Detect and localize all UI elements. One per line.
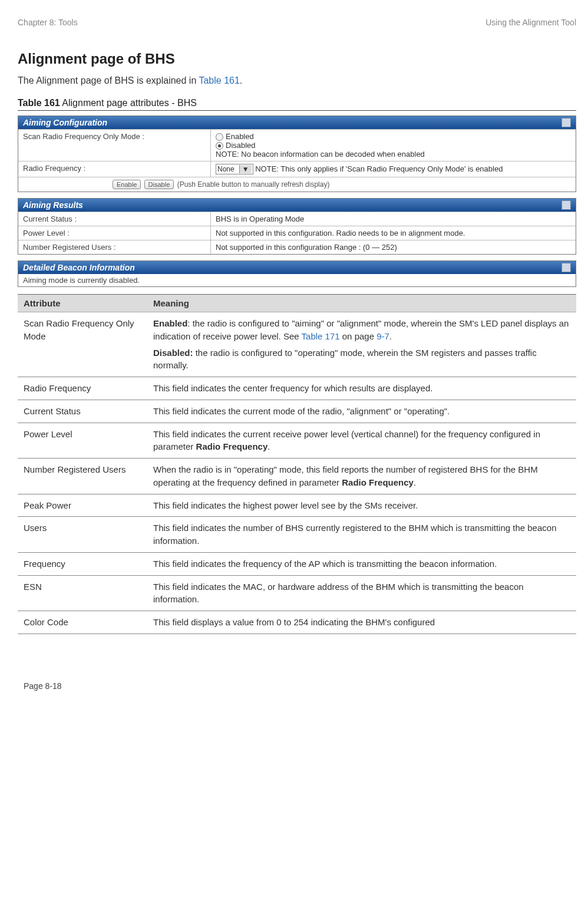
aiming-results-title: Aiming Results — [23, 200, 83, 210]
radio-frequency-select-value: None — [217, 165, 234, 173]
attr-cell: Peak Power — [18, 494, 147, 517]
table-row: Peak Power This field indicates the high… — [18, 494, 576, 517]
table-row: Number Registered Users When the radio i… — [18, 458, 576, 494]
attr-cell: Number Registered Users — [18, 458, 147, 494]
beacon-sub-text: Aiming mode is currently disabled. — [18, 274, 576, 286]
attr-cell: Current Status — [18, 400, 147, 423]
table-row: Radio Frequency This field indicates the… — [18, 377, 576, 400]
disabled-label: Disabled: — [153, 348, 193, 358]
aiming-configuration-panel: Aiming Configuration Scan Radio Frequenc… — [18, 116, 576, 192]
caption-rest: Alignment page attributes - BHS — [60, 98, 197, 108]
attr-cell: Users — [18, 517, 147, 553]
table-row: Current Status This field indicates the … — [18, 400, 576, 423]
table-link[interactable]: Table 171 — [302, 331, 340, 341]
attr-cell: Scan Radio Frequency Only Mode — [18, 312, 147, 377]
intro-text-suffix: . — [240, 75, 242, 85]
page-number: Page 8-18 — [18, 681, 576, 691]
meaning-bold: Radio Frequency — [196, 441, 268, 451]
beacon-info-title: Detailed Beacon Information — [23, 263, 135, 272]
attr-cell: Frequency — [18, 552, 147, 575]
table-row: Scan Radio Frequency Only Mode Enabled: … — [18, 312, 576, 377]
attr-cell: ESN — [18, 575, 147, 611]
enabled-end: . — [389, 331, 392, 341]
section-label: Using the Alignment Tool — [485, 18, 576, 27]
meaning-cell: This field indicates the frequency of th… — [147, 552, 576, 575]
radio-enabled[interactable] — [216, 133, 223, 141]
attribute-table: Attribute Meaning Scan Radio Frequency O… — [18, 294, 576, 634]
meaning-cell: This field indicates the current receive… — [147, 423, 576, 458]
num-registered-value: Not supported in this configuration Rang… — [211, 240, 576, 254]
attr-cell: Radio Frequency — [18, 377, 147, 400]
enable-button[interactable]: Enable — [113, 180, 141, 189]
table-caption: Table 161 Alignment page attributes - BH… — [18, 98, 576, 111]
table-row: ESN This field indicates the MAC, or har… — [18, 575, 576, 611]
table-row: Power Level This field indicates the cur… — [18, 423, 576, 458]
radio-enabled-label: Enabled — [226, 132, 254, 141]
aiming-configuration-title: Aiming Configuration — [23, 118, 107, 127]
power-level-label: Power Level : — [18, 226, 211, 240]
meaning-post: . — [414, 477, 416, 487]
enabled-label: Enabled — [153, 318, 187, 328]
meaning-bold: Radio Frequency — [342, 477, 414, 487]
col-attribute: Attribute — [18, 295, 147, 312]
radio-frequency-label: Radio Frequency : — [18, 161, 211, 177]
scan-mode-note: NOTE: No beacon information can be decod… — [216, 150, 571, 159]
push-enable-note: (Push Enable button to manually refresh … — [177, 180, 330, 189]
meaning-cell: Enabled: the radio is configured to "aim… — [147, 312, 576, 377]
disabled-text: the radio is configured to "operating" m… — [153, 348, 537, 371]
col-meaning: Meaning — [147, 295, 576, 312]
intro-link[interactable]: Table 161 — [199, 75, 239, 85]
chevron-down-icon: ▼ — [239, 165, 252, 173]
meaning-cell: This field indicates the number of BHS c… — [147, 517, 576, 553]
meaning-cell: This field indicates the MAC, or hardwar… — [147, 575, 576, 611]
radio-disabled-label: Disabled — [226, 141, 256, 150]
radio-frequency-select[interactable]: None▼ — [216, 164, 253, 174]
meaning-cell: When the radio is in "operating" mode, t… — [147, 458, 576, 494]
meaning-cell: This field indicates the center frequenc… — [147, 377, 576, 400]
page-title: Alignment page of BHS — [18, 51, 576, 67]
current-status-label: Current Status : — [18, 212, 211, 226]
table-row: Color Code This field displays a value f… — [18, 611, 576, 634]
mid-text: on page — [340, 331, 377, 341]
meaning-cell: This field indicates the highest power l… — [147, 494, 576, 517]
num-registered-label: Number Registered Users : — [18, 240, 211, 254]
collapse-icon[interactable] — [561, 200, 571, 210]
attr-cell: Color Code — [18, 611, 147, 634]
radio-disabled[interactable] — [216, 142, 223, 150]
current-status-value: BHS is in Operating Mode — [211, 212, 576, 226]
attr-cell: Power Level — [18, 423, 147, 458]
collapse-icon[interactable] — [561, 118, 571, 127]
meaning-cell: This field indicates the current mode of… — [147, 400, 576, 423]
aiming-results-panel: Aiming Results Current Status : BHS is i… — [18, 198, 576, 255]
scan-mode-label: Scan Radio Frequency Only Mode : — [18, 130, 211, 161]
collapse-icon[interactable] — [561, 263, 571, 272]
table-row: Users This field indicates the number of… — [18, 517, 576, 553]
radio-frequency-note: NOTE: This only applies if 'Scan Radio F… — [255, 164, 503, 173]
caption-bold: Table 161 — [18, 98, 60, 108]
intro-paragraph: The Alignment page of BHS is explained i… — [18, 75, 576, 86]
meaning-post: . — [267, 441, 270, 451]
disable-button[interactable]: Disable — [144, 180, 174, 189]
page-link[interactable]: 9-7 — [376, 331, 389, 341]
beacon-info-panel: Detailed Beacon Information Aiming mode … — [18, 260, 576, 287]
table-row: Frequency This field indicates the frequ… — [18, 552, 576, 575]
chapter-label: Chapter 8: Tools — [18, 18, 78, 27]
intro-text-prefix: The Alignment page of BHS is explained i… — [18, 75, 199, 85]
meaning-cell: This field displays a value from 0 to 25… — [147, 611, 576, 634]
power-level-value: Not supported in this configuration. Rad… — [211, 226, 576, 240]
